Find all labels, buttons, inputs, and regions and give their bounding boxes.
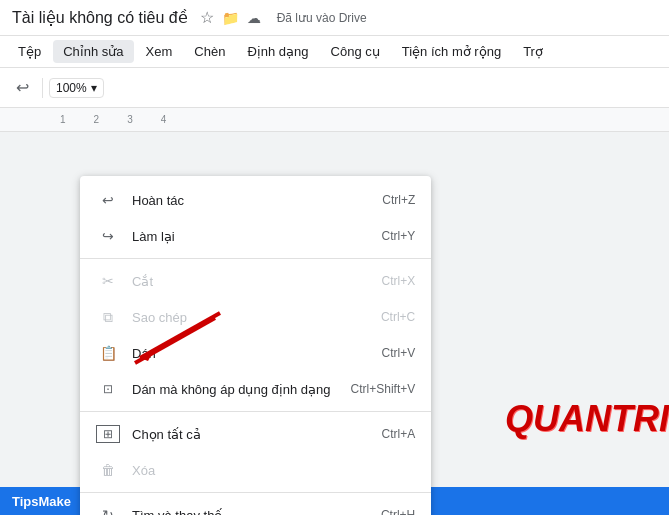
title-bar-icons: ☆ 📁 ☁	[200, 8, 261, 27]
select-all-icon: ⊞	[96, 425, 120, 443]
menu-undo[interactable]: ↩ Hoàn tác Ctrl+Z	[80, 182, 431, 218]
delete-label: Xóa	[132, 463, 395, 478]
find-replace-shortcut: Ctrl+H	[381, 508, 415, 515]
divider-1	[80, 258, 431, 259]
toolbar: ↩ 100% ▾	[0, 68, 669, 108]
ruler-mark-4: 4	[161, 114, 167, 125]
paste-plain-shortcut: Ctrl+Shift+V	[351, 382, 416, 396]
menu-paste-plain[interactable]: ⊡ Dán mà không áp dụng định dạng Ctrl+Sh…	[80, 371, 431, 407]
menu-bar: Tệp Chỉnh sửa Xem Chèn Định dạng Công cụ…	[0, 36, 669, 68]
menu-item-edit[interactable]: Chỉnh sửa	[53, 40, 133, 63]
menu-cut[interactable]: ✂ Cắt Ctrl+X	[80, 263, 431, 299]
saved-status-text: Đã lưu vào Drive	[277, 11, 367, 25]
zoom-chevron-icon: ▾	[91, 81, 97, 95]
copy-shortcut: Ctrl+C	[381, 310, 415, 324]
menu-copy[interactable]: ⧉ Sao chép Ctrl+C	[80, 299, 431, 335]
select-all-shortcut: Ctrl+A	[382, 427, 416, 441]
menu-item-view[interactable]: Xem	[136, 40, 183, 63]
folder-icon[interactable]: 📁	[222, 10, 239, 26]
redo-icon: ↪	[96, 228, 120, 244]
ruler-mark-1: 1	[60, 114, 66, 125]
undo-shortcut: Ctrl+Z	[382, 193, 415, 207]
select-all-label: Chọn tất cả	[132, 427, 362, 442]
bottom-bar-text: TipsMake	[12, 494, 71, 509]
undo-icon: ↩	[96, 192, 120, 208]
divider-3	[80, 492, 431, 493]
delete-icon: 🗑	[96, 462, 120, 478]
zoom-value: 100%	[56, 81, 87, 95]
divider-2	[80, 411, 431, 412]
menu-redo[interactable]: ↪ Làm lại Ctrl+Y	[80, 218, 431, 254]
redo-label: Làm lại	[132, 229, 362, 244]
copy-label: Sao chép	[132, 310, 361, 325]
menu-item-help[interactable]: Trợ	[513, 40, 553, 63]
undo-button[interactable]: ↩	[8, 74, 36, 102]
ruler-marks: 1 2 3 4	[60, 114, 166, 125]
ruler: 1 2 3 4	[0, 108, 669, 132]
menu-paste[interactable]: 📋 Dán Ctrl+V	[80, 335, 431, 371]
cut-shortcut: Ctrl+X	[382, 274, 416, 288]
quantri-text: QUANTRI	[505, 398, 669, 439]
edit-dropdown-menu: ↩ Hoàn tác Ctrl+Z ↪ Làm lại Ctrl+Y ✂ Cắt…	[80, 176, 431, 515]
find-replace-icon: ↻	[96, 507, 120, 515]
document-title[interactable]: Tài liệu không có tiêu đề	[12, 8, 188, 27]
cloud-icon: ☁	[247, 10, 261, 26]
ruler-mark-2: 2	[94, 114, 100, 125]
paste-icon: 📋	[96, 345, 120, 361]
menu-delete[interactable]: 🗑 Xóa	[80, 452, 431, 488]
menu-item-tools[interactable]: Công cụ	[321, 40, 390, 63]
quantri-watermark: QUANTRI	[505, 398, 669, 440]
paste-plain-icon: ⊡	[96, 382, 120, 396]
ruler-mark-3: 3	[127, 114, 133, 125]
find-replace-label: Tìm và thay thế	[132, 508, 361, 516]
main-content: 1 2 3 4 TipsMake QUANTRI ↩ Hoàn tác Ctrl…	[0, 108, 669, 515]
toolbar-divider-1	[42, 78, 43, 98]
menu-find-replace[interactable]: ↻ Tìm và thay thế Ctrl+H	[80, 497, 431, 515]
menu-item-format[interactable]: Định dạng	[237, 40, 318, 63]
title-bar: Tài liệu không có tiêu đề ☆ 📁 ☁ Đã lưu v…	[0, 0, 669, 36]
menu-item-insert[interactable]: Chèn	[184, 40, 235, 63]
star-icon[interactable]: ☆	[200, 8, 214, 27]
undo-label: Hoàn tác	[132, 193, 362, 208]
zoom-control[interactable]: 100% ▾	[49, 78, 104, 98]
cut-label: Cắt	[132, 274, 362, 289]
paste-plain-label: Dán mà không áp dụng định dạng	[132, 382, 331, 397]
menu-item-extensions[interactable]: Tiện ích mở rộng	[392, 40, 511, 63]
redo-shortcut: Ctrl+Y	[382, 229, 416, 243]
menu-select-all[interactable]: ⊞ Chọn tất cả Ctrl+A	[80, 416, 431, 452]
menu-item-file[interactable]: Tệp	[8, 40, 51, 63]
paste-label: Dán	[132, 346, 362, 361]
paste-shortcut: Ctrl+V	[382, 346, 416, 360]
cut-icon: ✂	[96, 273, 120, 289]
copy-icon: ⧉	[96, 309, 120, 326]
saved-status: Đã lưu vào Drive	[277, 11, 367, 25]
